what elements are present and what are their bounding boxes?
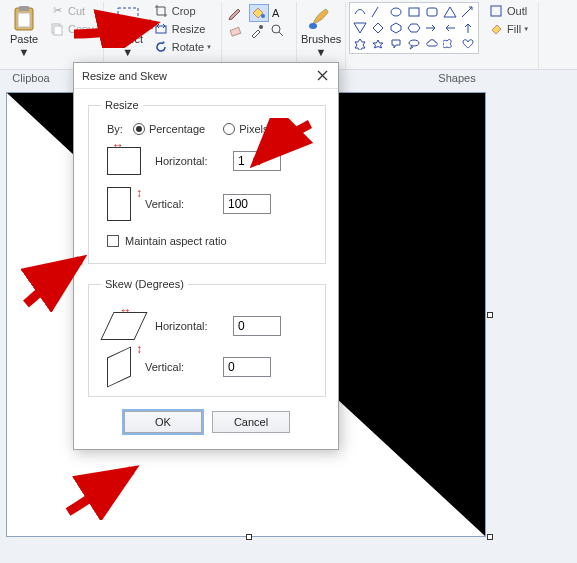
- close-icon[interactable]: [314, 68, 330, 84]
- brushes-icon: [307, 4, 335, 32]
- brushes-button[interactable]: Brushes ▼: [302, 2, 340, 58]
- color-picker-tool[interactable]: [249, 23, 269, 41]
- select-button[interactable]: Select ▼: [109, 2, 147, 58]
- radio-percentage[interactable]: Percentage: [133, 123, 205, 135]
- cancel-button[interactable]: Cancel: [212, 411, 290, 433]
- resize-horizontal-input[interactable]: [233, 151, 281, 171]
- resize-horizontal-label: Horizontal:: [155, 155, 219, 167]
- copy-label: Copy: [68, 23, 94, 35]
- skew-group: Skew (Degrees) ↔ Horizontal: ↕ Vertical:: [88, 278, 326, 397]
- chevron-down-icon: ▼: [206, 44, 212, 50]
- resize-icon: [154, 22, 168, 36]
- svg-rect-5: [118, 8, 138, 26]
- text-tool[interactable]: A: [270, 4, 290, 22]
- svg-point-11: [272, 25, 280, 33]
- chevron-down-icon: ▼: [316, 46, 327, 58]
- resize-handle-corner[interactable]: [487, 534, 493, 540]
- svg-rect-15: [427, 8, 437, 16]
- radio-icon: [223, 123, 235, 135]
- paste-label: Paste: [10, 33, 38, 45]
- cap-shapes: Shapes: [397, 72, 517, 84]
- resize-group: Resize By: Percentage Pixels ↔ Horizonta…: [88, 99, 326, 264]
- rotate-icon: [154, 40, 168, 54]
- paste-button[interactable]: Paste ▼: [5, 2, 43, 58]
- resize-vertical-input[interactable]: [223, 194, 271, 214]
- resize-handle-bottom[interactable]: [246, 534, 252, 540]
- svg-point-16: [409, 40, 419, 46]
- radio-pixels-label: Pixels: [239, 123, 268, 135]
- brushes-label: Brushes: [301, 33, 341, 45]
- crop-button[interactable]: Crop: [150, 2, 216, 19]
- magnifier-tool[interactable]: [270, 23, 290, 41]
- fill-button[interactable]: Fill ▼: [485, 20, 533, 37]
- outline-button[interactable]: Outl: [485, 2, 533, 19]
- dialog-title: Resize and Skew: [82, 70, 167, 82]
- skew-horizontal-icon: ↔: [100, 312, 147, 340]
- svg-point-12: [309, 23, 317, 29]
- resize-button[interactable]: Resize: [150, 20, 216, 37]
- crop-label: Crop: [172, 5, 196, 17]
- ribbon: Paste ▼ ✂ Cut Copy: [0, 0, 577, 70]
- cut-button[interactable]: ✂ Cut: [46, 2, 98, 19]
- group-tools: A: [222, 2, 297, 69]
- radio-icon: [133, 123, 145, 135]
- resize-label: Resize: [172, 23, 206, 35]
- svg-point-13: [391, 8, 401, 16]
- fill-tool[interactable]: [249, 4, 269, 22]
- paste-icon: [10, 4, 38, 32]
- radio-pixels[interactable]: Pixels: [223, 123, 268, 135]
- svg-point-10: [259, 25, 263, 29]
- chevron-down-icon: ▼: [19, 46, 30, 58]
- pencil-tool[interactable]: [228, 4, 248, 22]
- group-image: Select ▼ Crop Resize: [104, 2, 222, 69]
- resize-legend: Resize: [101, 99, 143, 111]
- skew-vertical-icon: ↕: [107, 346, 131, 387]
- rotate-button[interactable]: Rotate ▼: [150, 38, 216, 55]
- aspect-checkbox[interactable]: [107, 235, 119, 247]
- group-shapes: Outl Fill ▼: [346, 2, 539, 69]
- crop-icon: [154, 4, 168, 18]
- group-clipboard: Paste ▼ ✂ Cut Copy: [0, 2, 104, 69]
- svg-rect-9: [230, 27, 241, 36]
- fill-label: Fill: [507, 23, 521, 35]
- svg-rect-2: [18, 13, 30, 27]
- resize-horizontal-icon: ↔: [107, 147, 141, 175]
- by-label: By:: [107, 123, 123, 135]
- select-icon: [114, 4, 142, 32]
- skew-vertical-input[interactable]: [223, 357, 271, 377]
- skew-legend: Skew (Degrees): [101, 278, 188, 290]
- fill-icon: [489, 22, 503, 36]
- skew-horizontal-label: Horizontal:: [155, 320, 219, 332]
- chevron-down-icon: ▼: [122, 46, 133, 58]
- aspect-label: Maintain aspect ratio: [125, 235, 227, 247]
- cap-clipboard: Clipboa: [0, 72, 62, 84]
- svg-rect-1: [19, 6, 29, 11]
- svg-point-7: [261, 14, 265, 18]
- shapes-gallery[interactable]: [349, 2, 479, 54]
- cut-label: Cut: [68, 5, 85, 17]
- radio-percentage-label: Percentage: [149, 123, 205, 135]
- skew-vertical-label: Vertical:: [145, 361, 209, 373]
- group-brushes: Brushes ▼: [297, 2, 346, 69]
- rotate-label: Rotate: [172, 41, 204, 53]
- svg-rect-4: [54, 26, 62, 35]
- svg-rect-17: [491, 6, 501, 16]
- ok-button[interactable]: OK: [124, 411, 202, 433]
- resize-skew-dialog: Resize and Skew Resize By: Percentage Pi…: [73, 62, 339, 450]
- outline-label: Outl: [507, 5, 527, 17]
- svg-rect-14: [409, 8, 419, 16]
- svg-text:A: A: [272, 7, 280, 19]
- eraser-tool[interactable]: [228, 23, 248, 41]
- copy-icon: [50, 22, 64, 36]
- select-label: Select: [112, 33, 143, 45]
- dialog-titlebar[interactable]: Resize and Skew: [74, 63, 338, 89]
- cut-icon: ✂: [50, 4, 64, 18]
- skew-horizontal-input[interactable]: [233, 316, 281, 336]
- copy-button[interactable]: Copy: [46, 20, 98, 37]
- chevron-down-icon: ▼: [523, 26, 529, 32]
- resize-vertical-label: Vertical:: [145, 198, 209, 210]
- resize-handle-right[interactable]: [487, 312, 493, 318]
- outline-icon: [489, 4, 503, 18]
- resize-vertical-icon: ↕: [107, 187, 131, 221]
